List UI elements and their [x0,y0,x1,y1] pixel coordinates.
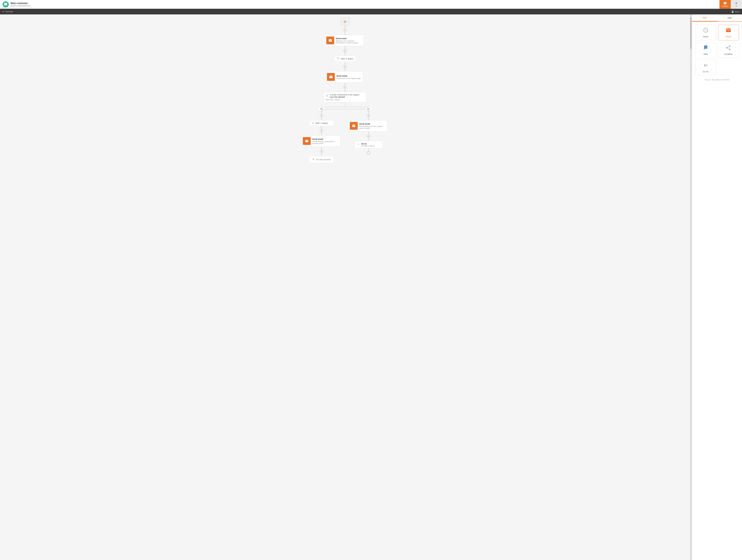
connector-7 [345,83,345,86]
add-btn-1[interactable]: + [343,28,347,32]
node-3-title: Send email [336,75,361,77]
add-btn-2[interactable]: + [343,49,347,53]
panel-email-icon [726,28,731,34]
app-avatar [2,1,9,7]
no-email-title: Send email [359,123,385,125]
wait-1-label: Wait: 2 day(s) [341,57,353,60]
main: + Send email Welcome new customer - intr… [0,14,742,560]
yes-connector-5 [321,147,322,150]
panel-item-delay[interactable]: Delay [695,25,716,40]
start-icon [340,17,350,26]
no-label: No [365,107,372,111]
close-button[interactable]: X [731,0,742,9]
goto-label: Go To [703,70,708,73]
yes-connector-2 [321,117,322,120]
yes-add-btn-3[interactable]: + [320,150,323,153]
no-add-btn-2[interactable]: + [367,134,370,138]
no-goto-node[interactable]: Go to Wait: 2 day(s) [355,141,383,149]
target-circle: ◎ [367,151,370,154]
add-btn-3[interactable]: + [343,65,347,68]
yes-branch: Yes + Wait: 2 day(s) [303,107,340,163]
no-connector-4 [368,138,369,141]
email-icon-2 [327,73,335,81]
save-icon: 💾 [731,10,734,13]
toolbar: ⟳ Test flow 💾 Save [0,9,742,14]
yes-finish-node: ⚑ The flow finishes [309,156,334,163]
yes-connector-3 [321,126,322,129]
flow-canvas-inner: + Send email Welcome new customer - intr… [6,17,684,163]
save-label[interactable]: Save [735,10,740,13]
scrollbar-thumb[interactable] [690,17,692,49]
panel-item-condition[interactable]: Condition [718,42,739,58]
no-add-btn[interactable]: + [367,114,370,117]
delay-icon [703,28,708,34]
yes-label: Yes [318,107,325,111]
sms-icon [703,45,708,52]
flow-node-email-2[interactable]: Send email Introduction to the support p… [327,71,363,83]
flow-condition-node[interactable]: ✉ Email: Introduction to the support pag… [324,92,366,102]
delay-label: Delay [703,36,708,38]
condition-icon [726,45,731,52]
no-connector-3 [368,132,369,134]
sms-label: SMS [703,53,708,55]
connector-2 [345,32,345,35]
sync-icon: ⟳ [2,10,4,13]
tab-add[interactable]: Add [692,14,717,21]
flow-wait-1[interactable]: Wait: 2 day(s) [334,55,356,62]
connector-4 [345,53,345,55]
goto-title: Go to [362,143,374,145]
no-email-desc: Can we help you? Our support team is rea… [359,125,385,129]
connector-8 [345,89,345,92]
right-panel: Add Edit Delay Email [692,14,742,560]
no-email-content: Send email Can we help you? Our support … [359,123,385,129]
condition-wait: Wait: max 1 day(s) [326,99,364,101]
yes-email-title: Send email [312,138,338,140]
goto-panel-icon [703,62,708,69]
yes-connector-1 [321,111,322,114]
content-label: Content [722,5,728,7]
branches-row: Yes + Wait: 2 day(s) [303,107,387,163]
drag-hint: Drag 'n' drop steps to the flow [695,79,739,81]
condition-header: ✉ Email: Introduction to the support pag… [326,94,364,98]
panel-item-sms[interactable]: SMS [695,42,716,58]
clock-icon-1 [337,57,339,60]
no-branch: No + Send email Can we help you? Our sup… [350,107,387,154]
yes-wait-node[interactable]: Wait: 2 day(s) [309,120,334,126]
panel-item-goto[interactable]: Go To [695,60,716,75]
panel-item-email[interactable]: Email [718,25,739,40]
yes-wait-label: Wait: 2 day(s) [315,122,328,124]
connector-1 [345,26,345,28]
no-connector-1 [368,111,369,114]
yes-email-content: Send email Online training - interested … [312,138,338,144]
condition-share-icon [326,94,328,98]
scrollbar[interactable] [690,14,692,560]
yes-email-icon [303,137,311,145]
no-email-icon [350,122,358,130]
add-btn-4[interactable]: + [343,86,347,89]
yes-email-desc: Online training - interested in learning… [312,141,338,144]
no-connector-5 [368,149,369,151]
content-button[interactable]: Content [720,0,731,9]
connector-3 [345,46,345,49]
email-icon-1 [326,37,334,44]
app-subtitle: Edit the automated flow [11,5,30,7]
header-left: New customer Edit the automated flow [2,1,30,7]
condition-title-text: ✉ Email: Introduction to the support pag… [330,94,364,98]
goto-content: Go to Wait: 2 day(s) [362,143,374,147]
email-label: Email [726,36,731,38]
connector-5 [345,62,345,65]
flow-node-email-1[interactable]: Send email Welcome new customer - introd… [326,35,364,46]
node-3-desc: Introduction to the support page [336,78,361,79]
no-email-node[interactable]: Send email Can we help you? Our support … [350,120,387,132]
toolbar-right: 💾 Save [731,10,740,13]
test-flow-label[interactable]: Test flow [5,10,13,13]
yes-add-btn[interactable]: + [320,114,323,117]
tab-edit[interactable]: Edit [717,14,742,21]
yes-add-btn-2[interactable]: + [320,129,323,133]
flow-canvas[interactable]: + Send email Welcome new customer - intr… [0,14,690,560]
close-label: X [736,5,737,7]
app-title: New customer [11,2,30,5]
node-1-content: Send email Welcome new customer - introd… [336,37,362,44]
node-3-content: Send email Introduction to the support p… [336,75,361,79]
yes-email-node[interactable]: Send email Online training - interested … [303,135,340,147]
